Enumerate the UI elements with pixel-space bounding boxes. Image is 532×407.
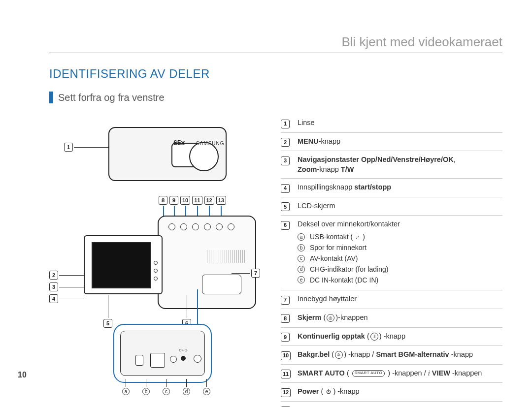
leader-line [166,379,166,387]
callout-1: 1 [64,143,73,152]
blue-leader [197,289,198,324]
legend-num: 1 [281,120,290,128]
plain-text: )-knappen [335,313,367,321]
bold-text: T/W [341,165,354,173]
legend-num: 6 [281,221,290,230]
top-button [216,223,223,230]
bold-text: Smart BGM-alternativ [376,350,449,358]
legend-row: 10 Bakgr.bel (✲) -knapp / Smart BGM-alte… [281,346,502,365]
figure-column: 65x SAMSUNG 1 8 9 10 11 12 13 [49,112,266,388]
leader-line [146,379,146,387]
legend-text: Power (⏻) -knapp [298,387,502,397]
legend-row: 9 Kontinuerlig opptak (Ⅱ) -knapp [281,328,502,346]
port-cover [202,275,241,294]
legend-row: 11 SMART AUTO ( SMART AUTO ) -knappen / … [281,365,502,383]
card-slot [150,353,165,368]
callout-7: 7 [251,269,260,278]
sub-list: a USB-kontakt (⇌) b Spor for minnekort c… [298,232,502,284]
callout-8: 8 [159,196,167,205]
sub-label: USB-kontakt (⇌) [310,232,365,242]
callout-4: 4 [49,294,58,303]
sub-item: d CHG-indikator (for lading) [298,265,502,274]
plain-text: USB-kontakt ( [310,233,353,241]
plain-text: -knappen [450,369,482,377]
legend-column: 1 Linse 2 MENU-knapp 3 Navigasjonstaster… [281,112,502,407]
usb-port [135,355,143,366]
callout-10: 10 [180,196,190,205]
sub-letter: e [298,276,305,283]
plain-text: ) -knapp [379,332,405,340]
legend-num: 4 [281,184,290,193]
plain-text: Innspillingsknapp [298,183,354,191]
legend-text: LCD-skjerm [298,201,502,211]
speaker-grille [207,250,246,263]
leader-line [126,379,126,387]
legend-text: Deksel over minnekort/kontakter a USB-ko… [298,219,502,286]
sub-label: AV-kontakt (AV) [310,254,358,263]
legend-row: 12 Power (⏻) -knapp [281,383,502,402]
callout-13: 13 [216,196,226,205]
bold-text: Skjerm [298,313,321,321]
bold-text: MENU [298,137,319,145]
legend-text: Skjerm (◎)-knappen [298,313,502,323]
chg-text: CHG [179,348,188,352]
top-button [168,223,175,230]
legend-text: MENU-knapp [298,137,502,147]
bold-text: SMART AUTO [298,369,345,377]
callout-5: 5 [103,319,112,328]
sub-item: c AV-kontakt (AV) [298,254,502,263]
bold-text: VIEW [430,369,450,377]
plain-text: , [454,156,456,163]
bold-text: Bakgr.bel [298,350,330,358]
legend-num: 12 [281,388,291,397]
plain-text: ) -knapp / [344,350,376,358]
letter-b: b [142,388,150,395]
legend-num: 5 [281,202,290,211]
plain-text: ) [363,233,365,241]
sub-letter: a [298,233,305,241]
letter-e: e [203,388,210,395]
legend-text: SMART AUTO ( SMART AUTO ) -knappen / i V… [298,369,502,378]
bold-text: Kontinuerlig opptak [298,332,365,340]
control-dot [154,269,158,273]
page-number: 10 [18,371,27,379]
callout-2: 2 [49,271,58,280]
lcd-screen [92,242,151,288]
plain-text: ( [330,350,334,358]
sub-letter: d [298,266,305,273]
detail-letter-row: a b c d e [122,388,210,395]
callout-9: 9 [169,196,178,205]
pause-icon: Ⅱ [370,333,378,341]
legend-text: Linse [298,118,502,128]
usb-icon: ⇌ [354,233,362,241]
subsection-row: Sett forfra og fra venstre [49,92,502,103]
av-port [170,356,177,363]
leader-line [206,379,207,387]
chapter-title: Bli kjent med videokameraet [49,34,502,53]
legend-text: Bakgr.bel (✲) -knapp / Smart BGM-alterna… [298,350,502,360]
plain-text: ( [319,387,324,395]
leader-line [186,379,187,387]
plain-text: ( [365,332,369,340]
leader-line [74,147,108,148]
top-button [192,223,199,230]
smart-auto-pill: SMART AUTO [352,370,385,377]
brand-label: SAMSUNG [196,141,225,146]
sub-label: Spor for minnekort [310,243,366,252]
legend-row: 4 Innspillingsknapp start/stopp [281,179,502,197]
bold-text: Power [298,387,319,395]
legend-num: 8 [281,314,290,323]
sub-letter: c [298,255,305,262]
legend-num: 3 [281,157,290,165]
lcd-panel [84,235,163,294]
sub-letter: b [298,244,305,251]
lcd-side-controls [154,261,158,281]
letter-a: a [122,388,130,395]
plain-text: -knapp [319,137,340,145]
legend-text: Innebygd høyttaler [298,294,502,304]
legend-row: 8 Skjerm (◎)-knappen [281,309,502,328]
legend-row: 3 Navigasjonstaster Opp/Ned/Venstre/Høyr… [281,151,502,179]
leader-line [59,275,84,276]
port-detail-bubble: CHG [113,324,212,383]
port-detail-inner: CHG [120,331,205,376]
